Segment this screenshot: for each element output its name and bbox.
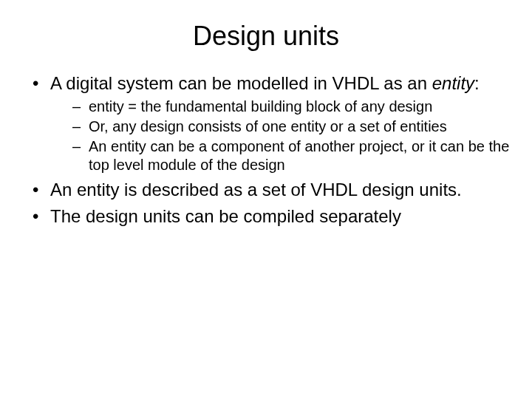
bullet-item-2: An entity is described as a set of VHDL … — [28, 179, 510, 201]
slide: Design units A digital system can be mod… — [0, 0, 532, 399]
bullet-list: A digital system can be modelled in VHDL… — [28, 72, 510, 228]
bullet-1-text-italic: entity — [432, 73, 474, 93]
slide-title: Design units — [22, 21, 510, 52]
bullet-1-text-a: A digital system can be modelled in VHDL… — [50, 73, 432, 93]
sub-bullet-list: entity = the fundamental building block … — [72, 98, 510, 174]
bullet-item-3: The design units can be compiled separat… — [28, 205, 510, 228]
sub-bullet-3: An entity can be a component of another … — [72, 137, 510, 174]
sub-bullet-1: entity = the fundamental building block … — [72, 98, 510, 116]
bullet-1-text-b: : — [474, 73, 480, 93]
bullet-item-1: A digital system can be modelled in VHDL… — [28, 72, 510, 174]
sub-bullet-2: Or, any design consists of one entity or… — [72, 117, 510, 136]
